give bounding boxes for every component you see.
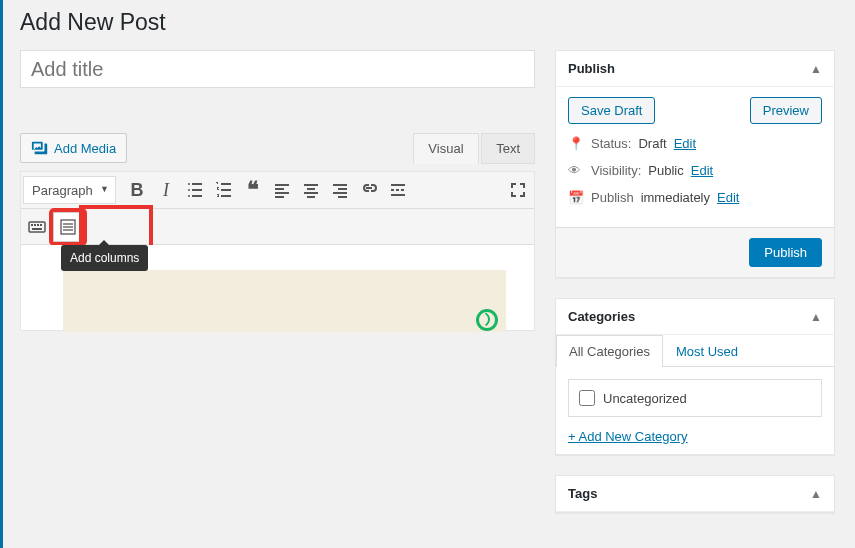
edit-visibility-link[interactable]: Edit xyxy=(691,163,713,178)
media-icon xyxy=(31,139,49,157)
tab-visual[interactable]: Visual xyxy=(413,133,478,164)
panel-toggle-icon[interactable]: ▲ xyxy=(810,62,822,76)
main-column: Add Media Visual Text Paragraph B I ❝ xyxy=(20,50,535,331)
add-columns-button[interactable] xyxy=(53,212,83,242)
category-label: Uncategorized xyxy=(603,391,687,406)
svg-rect-3 xyxy=(37,224,39,226)
insert-link-button[interactable] xyxy=(355,176,383,204)
visibility-label: Visibility: xyxy=(591,163,641,178)
categories-panel-title: Categories xyxy=(568,309,635,324)
editor-placeholder-band xyxy=(63,270,506,332)
publish-button[interactable]: Publish xyxy=(749,238,822,267)
tags-panel: Tags ▲ xyxy=(555,475,835,513)
bullet-list-button[interactable] xyxy=(181,176,209,204)
panel-toggle-icon[interactable]: ▲ xyxy=(810,310,822,324)
add-media-button[interactable]: Add Media xyxy=(20,133,127,163)
tab-text[interactable]: Text xyxy=(481,133,535,164)
italic-button[interactable]: I xyxy=(152,176,180,204)
category-item[interactable]: Uncategorized xyxy=(579,390,811,406)
svg-rect-5 xyxy=(32,228,42,230)
sidebar: Publish ▲ Save Draft Preview 📍 Status: D… xyxy=(555,50,835,533)
status-value: Draft xyxy=(638,136,666,151)
save-draft-button[interactable]: Save Draft xyxy=(568,97,655,124)
schedule-value: immediately xyxy=(641,190,710,205)
blockquote-button[interactable]: ❝ xyxy=(239,176,267,204)
paragraph-format-select[interactable]: Paragraph xyxy=(23,176,116,204)
schedule-label: Publish xyxy=(591,190,634,205)
add-columns-tooltip: Add columns xyxy=(61,245,148,271)
edit-schedule-link[interactable]: Edit xyxy=(717,190,739,205)
edit-status-link[interactable]: Edit xyxy=(674,136,696,151)
preview-button[interactable]: Preview xyxy=(750,97,822,124)
numbered-list-button[interactable] xyxy=(210,176,238,204)
editor-mode-tabs: Visual Text xyxy=(414,133,535,164)
calendar-icon: 📅 xyxy=(568,190,584,205)
align-left-button[interactable] xyxy=(268,176,296,204)
status-label: Status: xyxy=(591,136,631,151)
panel-toggle-icon[interactable]: ▲ xyxy=(810,487,822,501)
keyboard-button[interactable] xyxy=(23,213,51,241)
fullscreen-button[interactable] xyxy=(504,176,532,204)
align-right-button[interactable] xyxy=(326,176,354,204)
toolbar-row-1: Paragraph B I ❝ xyxy=(21,172,534,209)
svg-rect-1 xyxy=(31,224,33,226)
editor: Paragraph B I ❝ Add columns xyxy=(20,171,535,331)
insert-more-button[interactable] xyxy=(384,176,412,204)
add-new-category-link[interactable]: + Add New Category xyxy=(568,429,688,444)
publish-panel-title: Publish xyxy=(568,61,615,76)
admin-bar-edge xyxy=(0,0,3,548)
tab-most-used[interactable]: Most Used xyxy=(663,335,751,367)
toolbar-row-2: Add columns xyxy=(21,209,534,245)
category-list: Uncategorized xyxy=(568,379,822,417)
pin-icon: 📍 xyxy=(568,136,584,151)
publish-panel: Publish ▲ Save Draft Preview 📍 Status: D… xyxy=(555,50,835,278)
page-title: Add New Post xyxy=(20,0,835,50)
svg-rect-2 xyxy=(34,224,36,226)
grammarly-icon[interactable] xyxy=(476,309,498,331)
category-checkbox[interactable] xyxy=(579,390,595,406)
tags-panel-title: Tags xyxy=(568,486,597,501)
align-center-button[interactable] xyxy=(297,176,325,204)
tab-all-categories[interactable]: All Categories xyxy=(556,335,663,367)
eye-icon: 👁 xyxy=(568,163,584,178)
svg-rect-4 xyxy=(40,224,42,226)
bold-button[interactable]: B xyxy=(123,176,151,204)
categories-panel: Categories ▲ All Categories Most Used Un… xyxy=(555,298,835,455)
post-title-input[interactable] xyxy=(20,50,535,88)
add-media-label: Add Media xyxy=(54,141,116,156)
svg-rect-0 xyxy=(29,222,45,232)
visibility-value: Public xyxy=(648,163,683,178)
